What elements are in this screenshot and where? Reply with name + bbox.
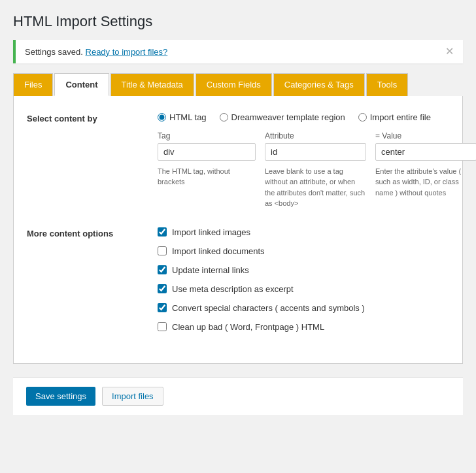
checkbox-convert-special-chars[interactable]: Convert special characters ( accents and… xyxy=(158,303,449,313)
checkbox-update-internal-links[interactable]: Update internal links xyxy=(158,265,449,275)
tag-hints: The HTML tag, without brackets Leave bla… xyxy=(158,166,476,209)
tag-hint-text: The HTML tag, without brackets xyxy=(158,167,230,186)
checkbox-update-internal-links-input[interactable] xyxy=(158,265,167,274)
tag-hint: The HTML tag, without brackets xyxy=(158,166,256,209)
more-content-label: More content options xyxy=(27,227,158,332)
attr-hint: Leave blank to use a tag without an attr… xyxy=(265,166,366,209)
checkbox-clean-up-bad-html-label: Clean up bad ( Word, Frontpage ) HTML xyxy=(172,322,324,332)
radio-dreamweaver-input[interactable] xyxy=(220,113,228,122)
select-content-controls: HTML tag Dreamweaver template region Imp… xyxy=(158,112,476,209)
value-input[interactable] xyxy=(375,143,476,161)
radio-group: HTML tag Dreamweaver template region Imp… xyxy=(158,112,476,122)
notice-import-link[interactable]: Ready to import files? xyxy=(86,47,168,57)
import-files-button[interactable]: Import files xyxy=(102,387,163,406)
checkbox-group: Import linked images Import linked docum… xyxy=(158,227,449,332)
checkbox-update-internal-links-label: Update internal links xyxy=(172,265,249,275)
tab-files[interactable]: Files xyxy=(13,73,53,96)
checkbox-import-linked-images-label: Import linked images xyxy=(172,227,250,237)
radio-html-tag-label: HTML tag xyxy=(169,112,207,122)
value-field-label: = Value xyxy=(375,131,476,140)
tag-attr-value-row: Tag Attribute = Value xyxy=(158,131,476,161)
attr-field-label: Attribute xyxy=(265,131,366,140)
val-hint: Enter the attribute's value ( such as wi… xyxy=(375,166,476,209)
radio-dreamweaver[interactable]: Dreamweaver template region xyxy=(220,112,345,122)
main-card: Select content by HTML tag Dreamweaver t… xyxy=(13,96,463,364)
radio-import-entire[interactable]: Import entire file xyxy=(358,112,431,122)
attr-hint-text: Leave blank to use a tag without an attr… xyxy=(265,167,365,207)
radio-import-entire-input[interactable] xyxy=(358,113,367,122)
attribute-input[interactable] xyxy=(265,143,366,161)
tab-content[interactable]: Content xyxy=(54,73,109,96)
tag-col: Tag xyxy=(158,131,256,161)
tag-field-label: Tag xyxy=(158,131,256,140)
notice-bar: Settings saved. Ready to import files? ✕ xyxy=(13,40,463,63)
select-content-label: Select content by xyxy=(27,112,158,209)
page-title: HTML Import Settings xyxy=(13,13,463,30)
checkbox-use-meta-description[interactable]: Use meta description as excerpt xyxy=(158,284,449,294)
checkbox-import-linked-images[interactable]: Import linked images xyxy=(158,227,449,237)
page-wrapper: HTML Import Settings Settings saved. Rea… xyxy=(0,0,476,415)
tabs-bar: Files Content Title & Metadata Custom Fi… xyxy=(13,73,463,96)
close-icon[interactable]: ✕ xyxy=(445,46,454,57)
checkbox-import-linked-images-input[interactable] xyxy=(158,227,167,236)
checkbox-use-meta-description-label: Use meta description as excerpt xyxy=(172,284,294,294)
checkbox-clean-up-bad-html-input[interactable] xyxy=(158,322,167,331)
tab-tools[interactable]: Tools xyxy=(366,73,408,96)
bottom-bar: Save settings Import files xyxy=(13,377,463,415)
more-content-row: More content options Import linked image… xyxy=(27,227,449,332)
tab-title-metadata[interactable]: Title & Metadata xyxy=(110,73,194,96)
save-settings-button[interactable]: Save settings xyxy=(26,387,95,406)
checkbox-convert-special-chars-label: Convert special characters ( accents and… xyxy=(172,303,365,313)
checkbox-clean-up-bad-html[interactable]: Clean up bad ( Word, Frontpage ) HTML xyxy=(158,322,449,332)
tab-custom-fields[interactable]: Custom Fields xyxy=(196,73,272,96)
notice-saved-text: Settings saved. xyxy=(25,47,83,57)
val-col: = Value xyxy=(375,131,476,161)
checkbox-import-linked-documents[interactable]: Import linked documents xyxy=(158,246,449,256)
checkbox-convert-special-chars-input[interactable] xyxy=(158,303,167,312)
radio-dreamweaver-label: Dreamweaver template region xyxy=(231,112,345,122)
checkbox-import-linked-documents-input[interactable] xyxy=(158,246,167,255)
more-content-controls: Import linked images Import linked docum… xyxy=(158,227,449,332)
radio-html-tag[interactable]: HTML tag xyxy=(158,112,207,122)
notice-text: Settings saved. Ready to import files? xyxy=(25,47,167,57)
val-hint-text: Enter the attribute's value ( such as wi… xyxy=(375,167,461,197)
checkbox-import-linked-documents-label: Import linked documents xyxy=(172,246,265,256)
radio-html-tag-input[interactable] xyxy=(158,113,166,122)
checkbox-use-meta-description-input[interactable] xyxy=(158,284,167,293)
select-content-row: Select content by HTML tag Dreamweaver t… xyxy=(27,112,449,209)
attr-col: Attribute xyxy=(265,131,366,161)
tab-categories-tags[interactable]: Categories & Tags xyxy=(273,73,365,96)
radio-import-entire-label: Import entire file xyxy=(370,112,431,122)
tag-input[interactable] xyxy=(158,143,256,161)
